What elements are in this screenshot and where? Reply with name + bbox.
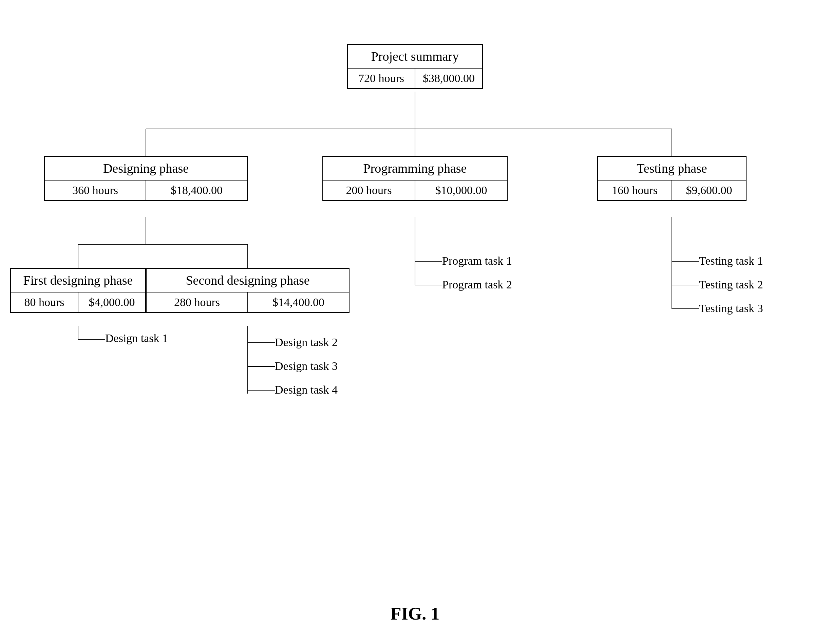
designing-hours: 360 hours [45, 180, 146, 200]
testing-node: Testing phase 160 hours $9,600.00 [597, 156, 746, 201]
designing-node: Designing phase 360 hours $18,400.00 [44, 156, 248, 201]
first-designing-hours: 80 hours [11, 293, 78, 312]
programming-hours: 200 hours [323, 180, 415, 200]
program-task2: Program task 2 [442, 278, 512, 291]
testing-hours: 160 hours [598, 180, 672, 200]
second-designing-hours: 280 hours [147, 293, 248, 312]
design-task4: Design task 4 [275, 383, 337, 396]
diagram-container: Project summary 720 hours $38,000.00 Des… [0, 14, 830, 590]
second-designing-title: Second designing phase [147, 269, 349, 293]
programming-node: Programming phase 200 hours $10,000.00 [322, 156, 508, 201]
testing-task1: Testing task 1 [699, 255, 763, 267]
root-cost: $38,000.00 [415, 68, 482, 88]
root-hours: 720 hours [348, 68, 415, 88]
first-designing-node: First designing phase 80 hours $4,000.00 [10, 268, 146, 313]
designing-title: Designing phase [45, 157, 247, 180]
root-title: Project summary [348, 45, 482, 68]
designing-cost: $18,400.00 [146, 180, 247, 200]
first-designing-cost: $4,000.00 [78, 293, 145, 312]
testing-title: Testing phase [598, 157, 746, 180]
design-task2: Design task 2 [275, 336, 337, 349]
testing-cost: $9,600.00 [672, 180, 746, 200]
second-designing-cost: $14,400.00 [248, 293, 349, 312]
second-designing-node: Second designing phase 280 hours $14,400… [146, 268, 350, 313]
testing-task2: Testing task 2 [699, 278, 763, 291]
design-task3: Design task 3 [275, 360, 337, 373]
root-node: Project summary 720 hours $38,000.00 [347, 44, 483, 89]
design-task1: Design task 1 [105, 332, 168, 345]
programming-title: Programming phase [323, 157, 507, 180]
program-task1: Program task 1 [442, 255, 512, 267]
figure-label: FIG. 1 [0, 604, 830, 623]
testing-task3: Testing task 3 [699, 302, 763, 315]
programming-cost: $10,000.00 [415, 180, 507, 200]
first-designing-title: First designing phase [11, 269, 145, 293]
